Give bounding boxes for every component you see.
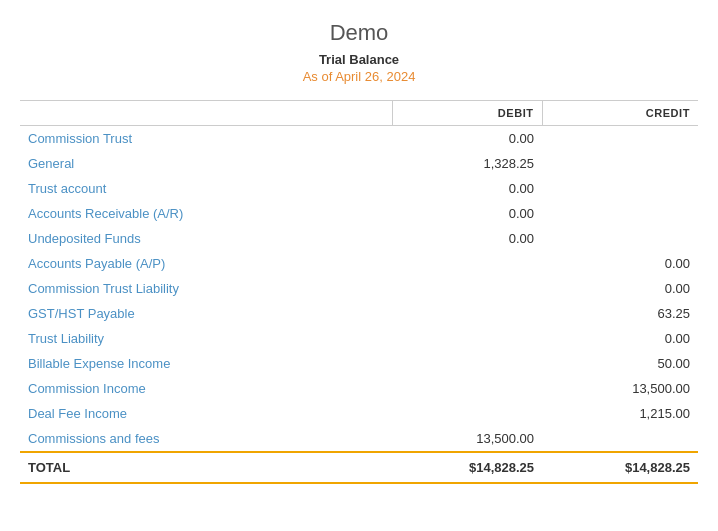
row-debit: 1,328.25 [393, 151, 542, 176]
table-header-row: DEBIT CREDIT [20, 101, 698, 126]
row-label: Accounts Payable (A/P) [20, 251, 393, 276]
table-row: Commission Trust Liability0.00 [20, 276, 698, 301]
row-credit: 0.00 [542, 326, 698, 351]
table-row: Undeposited Funds0.00 [20, 226, 698, 251]
total-credit: $14,828.25 [542, 452, 698, 483]
row-debit [393, 276, 542, 301]
trial-balance-table: DEBIT CREDIT Commission Trust0.00General… [20, 100, 698, 484]
row-credit [542, 201, 698, 226]
row-label: Undeposited Funds [20, 226, 393, 251]
row-debit: 0.00 [393, 201, 542, 226]
row-debit: 0.00 [393, 226, 542, 251]
table-row: Billable Expense Income50.00 [20, 351, 698, 376]
col-header-credit: CREDIT [542, 101, 698, 126]
row-label: Commissions and fees [20, 426, 393, 452]
row-credit: 0.00 [542, 251, 698, 276]
row-debit [393, 326, 542, 351]
row-credit [542, 426, 698, 452]
total-debit: $14,828.25 [393, 452, 542, 483]
row-label: Accounts Receivable (A/R) [20, 201, 393, 226]
row-debit [393, 376, 542, 401]
row-credit: 0.00 [542, 276, 698, 301]
col-header-label [20, 101, 393, 126]
row-credit [542, 226, 698, 251]
row-label: Trust Liability [20, 326, 393, 351]
row-debit [393, 401, 542, 426]
page: Demo Trial Balance As of April 26, 2024 … [0, 0, 718, 504]
table-row: Accounts Payable (A/P)0.00 [20, 251, 698, 276]
report-header: Demo Trial Balance As of April 26, 2024 [20, 20, 698, 84]
row-credit: 1,215.00 [542, 401, 698, 426]
row-credit [542, 151, 698, 176]
table-row: General1,328.25 [20, 151, 698, 176]
table-row: GST/HST Payable63.25 [20, 301, 698, 326]
row-credit: 13,500.00 [542, 376, 698, 401]
table-row: Commission Trust0.00 [20, 126, 698, 152]
report-date: As of April 26, 2024 [20, 69, 698, 84]
row-debit: 13,500.00 [393, 426, 542, 452]
table-row: Trust Liability0.00 [20, 326, 698, 351]
table-wrapper: DEBIT CREDIT Commission Trust0.00General… [20, 100, 698, 484]
row-credit: 63.25 [542, 301, 698, 326]
row-label: Trust account [20, 176, 393, 201]
row-label: GST/HST Payable [20, 301, 393, 326]
row-label: Commission Trust Liability [20, 276, 393, 301]
row-credit [542, 176, 698, 201]
row-credit: 50.00 [542, 351, 698, 376]
row-label: Billable Expense Income [20, 351, 393, 376]
table-row: Commission Income13,500.00 [20, 376, 698, 401]
row-debit [393, 351, 542, 376]
row-label: Deal Fee Income [20, 401, 393, 426]
row-credit [542, 126, 698, 152]
total-label: TOTAL [20, 452, 393, 483]
col-header-debit: DEBIT [393, 101, 542, 126]
company-name: Demo [20, 20, 698, 46]
row-debit: 0.00 [393, 126, 542, 152]
table-row: Trust account0.00 [20, 176, 698, 201]
row-debit: 0.00 [393, 176, 542, 201]
row-label: Commission Trust [20, 126, 393, 152]
row-debit [393, 251, 542, 276]
row-label: Commission Income [20, 376, 393, 401]
row-label: General [20, 151, 393, 176]
table-row: Commissions and fees13,500.00 [20, 426, 698, 452]
table-row: Accounts Receivable (A/R)0.00 [20, 201, 698, 226]
table-row: Deal Fee Income1,215.00 [20, 401, 698, 426]
row-debit [393, 301, 542, 326]
total-row: TOTAL$14,828.25$14,828.25 [20, 452, 698, 483]
report-title: Trial Balance [20, 52, 698, 67]
